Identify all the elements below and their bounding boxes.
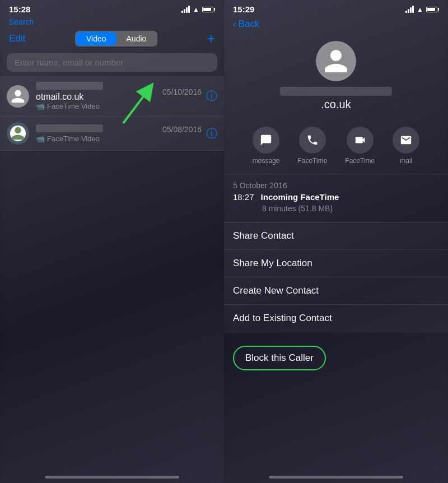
contact-domain: .co.uk bbox=[321, 98, 351, 111]
call-name-partial-1: otmail.co.uk bbox=[36, 92, 83, 101]
facetime-audio-button[interactable] bbox=[299, 127, 326, 154]
search-nav-label: Search bbox=[9, 17, 34, 26]
share-contact-item[interactable]: Share Contact bbox=[224, 222, 448, 249]
create-contact-item[interactable]: Create New Contact bbox=[224, 277, 448, 304]
segment-video[interactable]: Video bbox=[76, 32, 116, 45]
contact-avatar bbox=[316, 41, 356, 81]
info-icon-2[interactable]: ⓘ bbox=[206, 126, 217, 141]
call-detail-date: 5 October 2016 bbox=[233, 181, 439, 190]
call-avatar-2 bbox=[7, 122, 29, 145]
segment-control: Video Audio bbox=[75, 31, 157, 47]
call-name-row-1: otmail.co.uk 05/10/2016 bbox=[36, 82, 202, 102]
status-icons-left: ▲ bbox=[181, 6, 215, 13]
call-detail-time-row: 18:27 Incoming FaceTime bbox=[233, 192, 439, 202]
battery-icon bbox=[202, 7, 215, 12]
facetime-video-label: FaceTime bbox=[345, 157, 375, 165]
call-list: otmail.co.uk 05/10/2016 📹 FaceTime Video… bbox=[0, 76, 224, 276]
status-bar-right: 15:29 ▲ bbox=[224, 0, 448, 16]
chevron-left-icon: ‹ bbox=[233, 18, 236, 30]
mail-button[interactable] bbox=[393, 127, 419, 154]
facetime-video-button[interactable] bbox=[347, 127, 374, 154]
left-panel: 15:28 ▲ Search Edit bbox=[0, 0, 224, 483]
search-input[interactable] bbox=[15, 58, 209, 67]
call-info-1: otmail.co.uk 05/10/2016 📹 FaceTime Video bbox=[36, 82, 202, 110]
block-caller-button[interactable]: Block this Caller bbox=[233, 346, 326, 370]
call-detail-time: 18:27 bbox=[233, 192, 254, 202]
call-detail-duration: 8 minutes (51.8 MB) bbox=[233, 204, 439, 213]
facetime-audio-label: FaceTime bbox=[297, 157, 327, 165]
call-type-label-2: FaceTime Video bbox=[47, 134, 100, 143]
add-button[interactable]: + bbox=[207, 32, 215, 45]
call-date-2: 05/08/2016 bbox=[162, 125, 202, 134]
action-list: Share Contact Share My Location Create N… bbox=[224, 222, 448, 332]
wifi-icon-right: ▲ bbox=[417, 6, 423, 13]
back-label: Back bbox=[239, 18, 260, 30]
signal-icon bbox=[181, 6, 190, 13]
time-right: 15:29 bbox=[233, 4, 254, 14]
share-location-item[interactable]: Share My Location bbox=[224, 249, 448, 277]
action-facetime-audio[interactable]: FaceTime bbox=[297, 127, 327, 165]
contact-name-blurred bbox=[280, 87, 392, 96]
info-icon-1[interactable]: ⓘ bbox=[206, 89, 217, 104]
action-message[interactable]: message bbox=[253, 127, 280, 165]
action-facetime-video[interactable]: FaceTime bbox=[345, 127, 375, 165]
call-info-2: 05/08/2016 📹 FaceTime Video bbox=[36, 124, 202, 143]
edit-button[interactable]: Edit bbox=[9, 33, 25, 44]
contact-header: .co.uk bbox=[224, 34, 448, 120]
right-panel: 15:29 ▲ ‹ Back bbox=[224, 0, 448, 483]
action-mail[interactable]: mail bbox=[393, 127, 419, 165]
mail-label: mail bbox=[400, 157, 412, 165]
message-label: message bbox=[253, 157, 280, 165]
call-name-blurred-1 bbox=[36, 82, 103, 90]
search-bar[interactable] bbox=[7, 53, 217, 72]
call-type-2: 📹 FaceTime Video bbox=[36, 134, 202, 143]
call-name-row-2: 05/08/2016 bbox=[36, 124, 202, 134]
call-item-1[interactable]: otmail.co.uk 05/10/2016 📹 FaceTime Video… bbox=[0, 76, 224, 117]
status-bar-left: 15:28 ▲ bbox=[0, 0, 224, 16]
action-buttons: message FaceTime FaceTime mail bbox=[224, 120, 448, 174]
segment-audio[interactable]: Audio bbox=[116, 32, 157, 45]
call-item-2[interactable]: 05/08/2016 📹 FaceTime Video ⓘ bbox=[0, 117, 224, 151]
battery-icon-right bbox=[426, 7, 439, 12]
call-detail-section: 5 October 2016 18:27 Incoming FaceTime 8… bbox=[224, 174, 448, 217]
home-indicator-right bbox=[269, 476, 403, 479]
add-existing-contact-item[interactable]: Add to Existing Contact bbox=[224, 304, 448, 332]
call-type-label-1: FaceTime Video bbox=[47, 102, 100, 110]
call-type-1: 📹 FaceTime Video bbox=[36, 102, 202, 110]
search-nav[interactable]: Search bbox=[0, 16, 224, 29]
call-date-1: 05/10/2016 bbox=[162, 87, 202, 96]
home-indicator-left bbox=[45, 476, 179, 479]
wifi-icon: ▲ bbox=[193, 6, 199, 13]
status-icons-right: ▲ bbox=[405, 6, 439, 13]
call-avatar-1 bbox=[7, 85, 29, 108]
top-bar: Edit Video Audio + bbox=[0, 29, 224, 51]
message-button[interactable] bbox=[253, 127, 279, 154]
call-detail-type: Incoming FaceTime bbox=[261, 192, 339, 202]
signal-icon-right bbox=[405, 6, 414, 13]
call-name-blurred-2 bbox=[36, 124, 103, 132]
block-section: Block this Caller bbox=[224, 346, 448, 370]
back-button[interactable]: ‹ Back bbox=[224, 16, 448, 34]
time-left: 15:28 bbox=[9, 4, 30, 14]
